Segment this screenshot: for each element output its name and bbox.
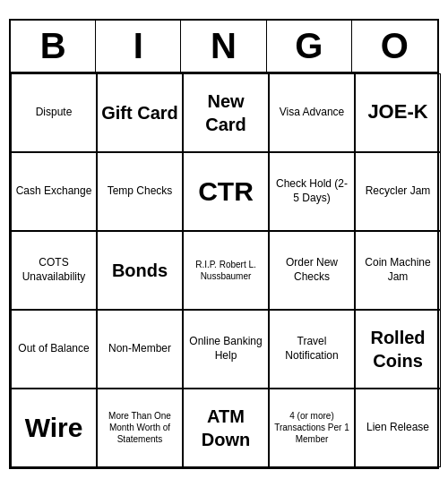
bingo-cell: 4 (or more) Transactions Per 1 Member bbox=[269, 389, 355, 467]
bingo-cell: Wire bbox=[11, 389, 97, 467]
header-letter: N bbox=[181, 21, 266, 72]
bingo-cell: Cash Exchange bbox=[11, 152, 97, 231]
bingo-cell: CTR bbox=[183, 152, 269, 231]
bingo-cell: Lien Release bbox=[355, 389, 441, 467]
bingo-cell: Order New Checks bbox=[269, 231, 355, 310]
bingo-cell: Out of Balance bbox=[11, 310, 97, 389]
bingo-cell: Dispute bbox=[11, 73, 97, 152]
bingo-cell: More Than One Month Worth of Statements bbox=[97, 389, 183, 467]
header-letter: G bbox=[267, 21, 352, 72]
bingo-cell: New Card bbox=[183, 73, 269, 152]
header-letter: I bbox=[96, 21, 181, 72]
bingo-cell: Bonds bbox=[97, 231, 183, 310]
bingo-cell: Check Hold (2-5 Days) bbox=[269, 152, 355, 231]
bingo-cell: COTS Unavailability bbox=[11, 231, 97, 310]
bingo-cell: Rolled Coins bbox=[355, 310, 441, 389]
header-letter: B bbox=[11, 21, 96, 72]
bingo-cell: Online Banking Help bbox=[183, 310, 269, 389]
bingo-header: BINGO bbox=[11, 21, 437, 73]
bingo-cell: Coin Machine Jam bbox=[355, 231, 441, 310]
bingo-cell: Temp Checks bbox=[97, 152, 183, 231]
bingo-cell: R.I.P. Robert L. Nussbaumer bbox=[183, 231, 269, 310]
bingo-cell: Gift Card bbox=[97, 73, 183, 152]
header-letter: O bbox=[352, 21, 437, 72]
bingo-grid: DisputeGift CardNew CardVisa AdvanceJOE-… bbox=[11, 73, 437, 467]
bingo-card: BINGO DisputeGift CardNew CardVisa Advan… bbox=[9, 19, 439, 469]
bingo-cell: ATM Down bbox=[183, 389, 269, 467]
bingo-cell: Recycler Jam bbox=[355, 152, 441, 231]
bingo-cell: JOE-K bbox=[355, 73, 441, 152]
bingo-cell: Non-Member bbox=[97, 310, 183, 389]
bingo-cell: Travel Notification bbox=[269, 310, 355, 389]
bingo-cell: Visa Advance bbox=[269, 73, 355, 152]
